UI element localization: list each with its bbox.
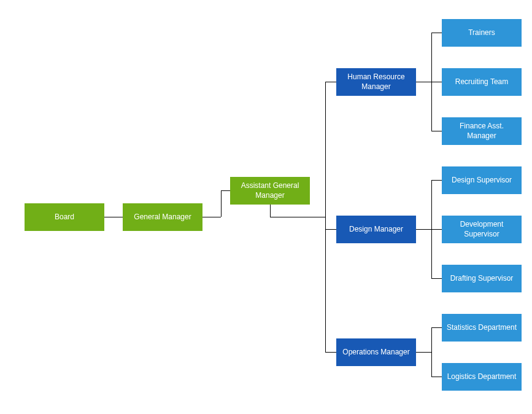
node-label: Operations Manager xyxy=(342,348,409,357)
node-assistant-general-manager[interactable]: Assistant General Manager xyxy=(230,177,310,205)
node-statistics-department[interactable]: Statistics Department xyxy=(442,314,522,342)
node-label: Human Resource Manager xyxy=(340,72,412,92)
node-label: Drafting Supervisor xyxy=(450,274,514,284)
node-design-supervisor[interactable]: Design Supervisor xyxy=(442,166,522,194)
node-board[interactable]: Board xyxy=(25,203,104,231)
node-label: Recruiting Team xyxy=(455,77,508,87)
node-label: Board xyxy=(55,213,74,222)
node-label: Trainers xyxy=(468,28,495,38)
node-logistics-department[interactable]: Logistics Department xyxy=(442,363,522,391)
node-label: Finance Asst. Manager xyxy=(445,122,518,141)
node-design-manager[interactable]: Design Manager xyxy=(336,216,416,243)
node-label: Design Manager xyxy=(349,225,403,235)
node-operations-manager[interactable]: Operations Manager xyxy=(336,338,416,366)
node-label: Development Supervisor xyxy=(445,220,518,239)
node-label: Statistics Department xyxy=(447,323,517,333)
node-development-supervisor[interactable]: Development Supervisor xyxy=(442,216,522,243)
node-hr-manager[interactable]: Human Resource Manager xyxy=(336,68,416,96)
node-label: Assistant General Manager xyxy=(234,181,306,200)
node-general-manager[interactable]: General Manager xyxy=(123,203,202,231)
node-label: Logistics Department xyxy=(447,372,517,382)
node-recruiting-team[interactable]: Recruiting Team xyxy=(442,68,522,96)
node-label: General Manager xyxy=(134,213,191,222)
node-finance-asst-manager[interactable]: Finance Asst. Manager xyxy=(442,117,522,145)
node-trainers[interactable]: Trainers xyxy=(442,19,522,47)
node-label: Design Supervisor xyxy=(452,176,512,186)
node-drafting-supervisor[interactable]: Drafting Supervisor xyxy=(442,265,522,292)
